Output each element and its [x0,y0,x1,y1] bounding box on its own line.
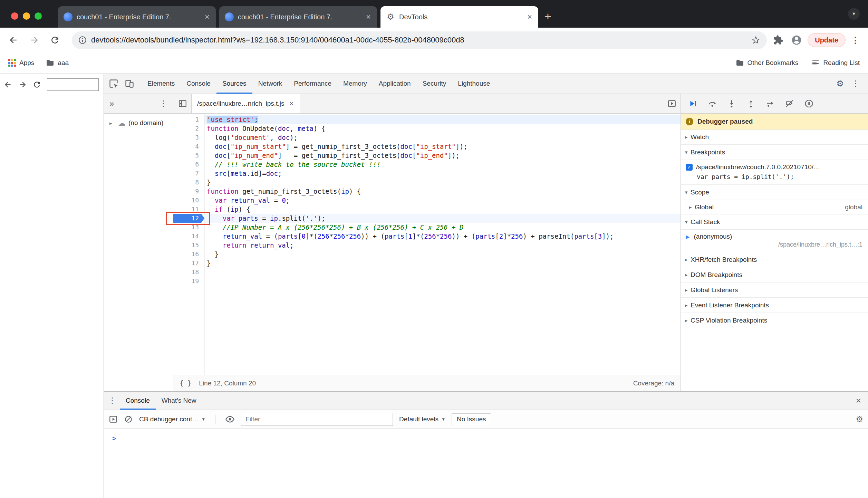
new-tab-button[interactable]: + [544,10,551,22]
other-bookmarks-button[interactable]: Other Bookmarks [736,59,799,67]
section-csp-violation-breakpoints[interactable]: ▸CSP Violation Breakpoints [681,313,868,328]
code-line[interactable]: if (ip) { [205,205,681,214]
deactivate-breakpoints-button[interactable] [785,99,794,108]
console-filter-input[interactable] [241,413,393,426]
background-forward-button[interactable] [18,80,27,89]
frame-location[interactable]: /space/linuxbre…rich_ips.t…:1 [681,241,868,252]
section-xhr-fetch-breakpoints[interactable]: ▸XHR/fetch Breakpoints [681,252,868,267]
console-output[interactable]: > [104,429,868,498]
line-number[interactable]: 3 [173,133,204,142]
extensions-button[interactable] [773,35,783,45]
url-bar[interactable]: devtools://devtools/bundled/inspector.ht… [72,31,767,49]
code-line[interactable]: 'use strict'; [205,115,681,124]
code-line[interactable]: } [205,250,681,259]
devtools-tab-elements[interactable]: Elements [142,74,181,94]
pause-on-exceptions-button[interactable] [804,99,813,108]
devtools-tab-sources[interactable]: Sources [216,74,252,94]
live-expression-button[interactable] [225,414,235,424]
section-global-listeners[interactable]: ▸Global Listeners [681,282,868,298]
code-line[interactable]: doc["ip_num_end"] = get_numip_first_3_oc… [205,151,681,160]
code-line[interactable]: log('document', doc); [205,133,681,142]
bookmark-folder-aaa[interactable]: aaa [46,59,69,67]
section-call-stack[interactable]: ▾Call Stack [681,214,868,230]
step-over-button[interactable] [708,99,717,108]
code-editor[interactable]: 12345678910111213141516171819 'use stric… [173,114,681,375]
code-line[interactable] [205,268,681,277]
tab-close-icon[interactable]: × [204,13,210,21]
editor-overflow-button[interactable] [667,94,676,113]
reload-button[interactable] [50,35,60,45]
step-button[interactable] [766,99,775,108]
file-tab-close-icon[interactable]: × [288,100,294,107]
section-event-listener-breakpoints[interactable]: ▸Event Listener Breakpoints [681,298,868,313]
tab-close-icon[interactable]: × [527,13,533,21]
console-tab-console[interactable]: Console [120,392,156,410]
code-line[interactable]: var return_val = 0; [205,196,681,205]
devtools-tab-performance[interactable]: Performance [288,74,337,94]
browser-tab[interactable]: couch01 - Enterprise Edition 7.× [219,6,377,28]
reading-list-button[interactable]: Reading List [811,59,860,67]
devtools-settings-button[interactable]: ⚙ [836,79,844,88]
line-number[interactable]: 8 [173,178,204,187]
zoom-window-button[interactable] [35,12,42,20]
apps-shortcut[interactable]: Apps [8,59,34,67]
update-button[interactable]: Update [808,33,846,47]
line-number[interactable]: 16 [173,250,204,259]
file-tab[interactable]: /space/linuxbre…nrich_ips.t.js × [191,94,300,113]
line-number[interactable]: 10 [173,196,204,205]
line-number[interactable]: 1 [173,115,204,124]
code-line[interactable]: function get_numip_first_3_octets(ip) { [205,187,681,196]
breakpoint-checkbox[interactable]: ✓ [686,164,693,171]
back-button[interactable] [8,35,19,45]
section-scope[interactable]: ▾Scope [681,185,868,200]
tab-search-button[interactable]: ▾ [848,8,860,20]
device-toolbar-button[interactable] [125,79,134,88]
resume-button[interactable] [688,99,697,108]
more-panels-button[interactable]: » [109,99,114,108]
tab-close-icon[interactable]: × [365,13,372,21]
line-number[interactable]: 4 [173,142,204,151]
code-line[interactable]: return_val = (parts[0]*(256*256*256)) + … [205,232,681,241]
toggle-navigator-button[interactable] [178,99,187,108]
bookmark-star-button[interactable] [751,35,761,45]
devtools-tab-network[interactable]: Network [252,74,288,94]
line-number[interactable]: 9 [173,187,204,196]
section-breakpoints[interactable]: ▾Breakpoints [681,145,868,160]
code-line[interactable]: doc["ip_num_start"] = get_numip_first_3_… [205,142,681,151]
console-tab-what-s-new[interactable]: What's New [156,392,202,410]
code-line[interactable]: } [205,259,681,268]
section-watch[interactable]: ▸Watch [681,130,868,145]
background-back-button[interactable] [3,80,12,89]
scope-global-row[interactable]: ▸Globalglobal [681,200,868,214]
code-line[interactable]: // !!! write back to the source bucket !… [205,160,681,169]
line-number[interactable]: 18 [173,268,204,277]
code-line[interactable]: src[meta.id]=doc; [205,169,681,178]
log-levels-selector[interactable]: Default levels ▼ [399,415,445,423]
step-into-button[interactable] [727,99,736,108]
code-line[interactable]: //IP Number = A x (256*256*256) + B x (2… [205,223,681,232]
line-number[interactable]: 14 [173,232,204,241]
line-number[interactable]: 19 [173,277,204,286]
devtools-tab-application[interactable]: Application [373,74,417,94]
code-line[interactable]: function OnUpdate(doc, meta) { [205,124,681,133]
devtools-tab-lighthouse[interactable]: Lighthouse [452,74,496,94]
drawer-menu-button[interactable]: ⋮ [108,396,116,405]
section-dom-breakpoints[interactable]: ▸DOM Breakpoints [681,267,868,282]
breakpoint-item[interactable]: ✓/space/linuxbrew/couch.7.0.0.20210710/… [681,160,868,172]
line-number[interactable]: 5 [173,151,204,160]
profile-avatar-button[interactable] [791,35,802,46]
line-number[interactable]: 2 [173,124,204,133]
close-window-button[interactable] [11,12,18,20]
browser-tab[interactable]: ⚙DevTools× [380,6,538,28]
code-line[interactable] [205,277,681,286]
console-settings-button[interactable]: ⚙ [856,415,863,423]
clear-console-button[interactable] [124,415,133,424]
navigator-menu-button[interactable]: ⋮ [159,99,167,108]
call-stack-frame[interactable]: ▶(anonymous) [681,230,868,241]
background-reload-button[interactable] [32,80,41,89]
line-number[interactable]: 17 [173,259,204,268]
background-window-input[interactable] [47,78,99,91]
issues-counter[interactable]: No Issues [452,413,491,425]
devtools-tab-memory[interactable]: Memory [337,74,373,94]
execution-context-selector[interactable]: CB debugger cont… ▼ [139,415,205,423]
